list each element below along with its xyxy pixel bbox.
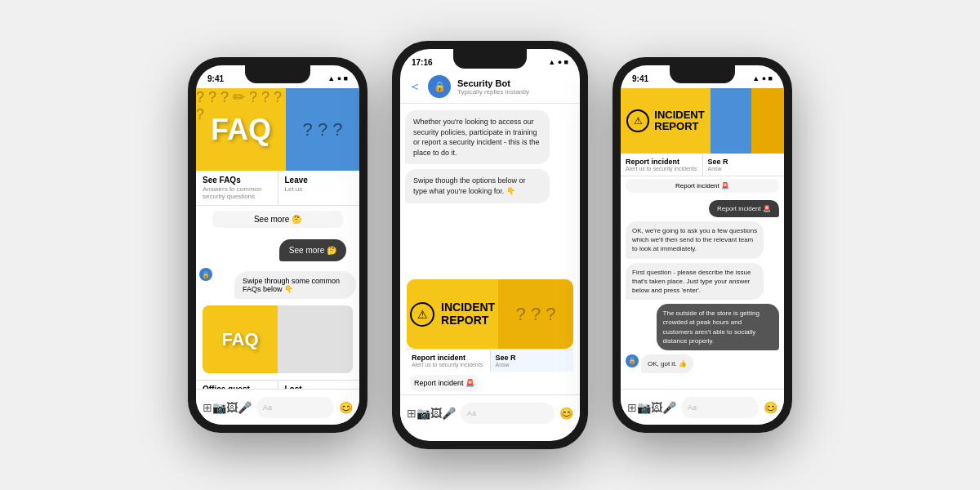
phone2-bottom-bar: ⊞ 📷 🖼 🎤 Aa 😊 <box>400 394 580 430</box>
mic-icon-2[interactable]: 🎤 <box>442 407 456 420</box>
leave-title: Leave <box>285 176 354 185</box>
welcome-bubble-1: Whether you're looking to access our sec… <box>405 110 550 164</box>
input-placeholder-3: Aa <box>688 403 697 412</box>
phone3-content: ⚠ INCIDENT REPORT Report incident Alert … <box>621 88 784 425</box>
phone1-time: 9:41 <box>207 74 224 83</box>
grid-icon-2[interactable]: ⊞ <box>407 407 416 420</box>
phone3-bottom-row: Report incident Alert us to security inc… <box>621 154 784 176</box>
p3-report-sub: Alert us to security incidents <box>626 166 697 172</box>
phone2-notch <box>453 49 527 69</box>
message-input-1[interactable]: Aa <box>256 397 334 418</box>
message-input-3[interactable]: Aa <box>681 397 759 418</box>
see-more-bubble-row: See more 🤔 <box>196 233 359 268</box>
bottom-card-row: Report incident Alert us to security inc… <box>407 349 573 372</box>
p3-see-cell: See R Answ <box>703 154 785 176</box>
report-incident-cell: Report incident Alert us to security inc… <box>407 350 491 372</box>
faq-card-blue-bg: ? ? ? <box>303 119 343 140</box>
chat-info: Security Bot Typically replies instantly <box>457 78 572 96</box>
emoji-icon-3[interactable]: 😊 <box>764 401 777 414</box>
incident-title-l1: INCIDENT <box>441 301 495 314</box>
mic-icon[interactable]: 🎤 <box>238 401 252 414</box>
see-more-dark-text: See more 🤔 <box>289 246 336 255</box>
inc-blue <box>710 88 751 154</box>
see-more-button-1[interactable]: See more 🤔 <box>212 211 343 228</box>
welcome-text-2: Swipe though the options below or type w… <box>413 176 526 195</box>
inc-orange <box>751 88 784 154</box>
back-button[interactable]: ＜ <box>408 78 421 96</box>
inc-yellow: ⚠ INCIDENT REPORT <box>621 88 710 154</box>
incident-card-left: ⚠ INCIDENT REPORT <box>407 279 498 349</box>
camera-icon-2[interactable]: 📷 <box>416 407 430 420</box>
inc-title-l2: REPORT <box>654 120 698 132</box>
see-r-title: See R <box>496 354 569 362</box>
incident-header-card: ⚠ INCIDENT REPORT <box>621 88 784 154</box>
phone1-status-icons: ▲ ● ■ <box>327 74 348 82</box>
emoji-icon[interactable]: 😊 <box>339 401 353 414</box>
leave-cell: Leave Let us <box>278 171 360 205</box>
p3-user-bubble-1: Report incident 🚨 <box>709 200 779 217</box>
incident-card: ⚠ INCIDENT REPORT ? ? ? <box>407 279 573 349</box>
swipe-faqs-row: 🔒 Swipe through some common FAQs below 👇 <box>199 268 359 302</box>
inc-title: INCIDENT REPORT <box>654 109 704 133</box>
p3-bot-bubble-1: OK, we're going to ask you a few questio… <box>626 221 764 259</box>
p3-report-btn[interactable]: Report incident 🚨 <box>626 179 779 193</box>
see-faqs-title: See FAQs <box>203 176 271 185</box>
p3-see-title: See R <box>708 158 780 166</box>
p3-see-sub: Answ <box>708 166 780 172</box>
image-icon[interactable]: 🖼 <box>226 401 238 414</box>
camera-icon-3[interactable]: 📷 <box>637 401 651 414</box>
incident-triangle-icon: ⚠ <box>410 302 434 327</box>
p3-user-text-2: The outside of the store is getting crow… <box>663 310 760 345</box>
camera-icon[interactable]: 📷 <box>212 401 226 414</box>
p3-user-text-1: Report incident 🚨 <box>717 205 771 212</box>
p3-ok-bubble: OK, got it. 👍 <box>641 354 693 373</box>
incident-card-container: ⚠ INCIDENT REPORT ? ? ? <box>403 279 577 394</box>
phone2-status-icons: ▲ ● ■ <box>548 58 568 66</box>
p3-report-cell: Report incident Alert us to security inc… <box>621 154 703 176</box>
emoji-icon-2[interactable]: 😊 <box>559 407 573 420</box>
p3-ok-text: OK, got it. 👍 <box>648 360 687 368</box>
faq-card-blue: ? ? ? <box>286 88 359 171</box>
bot-sub: Typically replies instantly <box>457 88 572 96</box>
chat-header: ＜ 🔒 Security Bot Typically replies insta… <box>400 72 580 104</box>
see-faqs-cell: See FAQs Answers to common security ques… <box>196 171 278 205</box>
faq-carousel-top: ? ? ? ✏ ? ? ? ? FAQ ? ? ? <box>196 88 359 171</box>
bot-avatar-1: 🔒 <box>199 268 212 281</box>
phone1-bottom-bar: ⊞ 📷 🖼 🎤 Aa 😊 <box>196 389 359 425</box>
see-faqs-row: See FAQs Answers to common security ques… <box>196 171 359 206</box>
report-incident-title: Report incident <box>412 354 485 362</box>
p3-bot-avatar: 🔒 <box>626 354 639 368</box>
p3-user-bubble-2: The outside of the store is getting crow… <box>657 304 779 350</box>
p3-report-title: Report incident <box>626 158 697 166</box>
input-placeholder-1: Aa <box>263 403 272 412</box>
p3-chat-area: Report incident 🚨 OK, we're going to ask… <box>621 195 784 389</box>
faq-card-2-yellow: FAQ <box>203 305 278 373</box>
phones-container: 9:41 ▲ ● ■ ? ? ? ✏ ? ? ? ? FAQ ? ? ? <box>0 0 980 490</box>
phone-3: 9:41 ▲ ● ■ ⚠ INCIDENT REPORT <box>612 57 792 433</box>
image-icon-3[interactable]: 🖼 <box>651 401 662 414</box>
grid-icon-3[interactable]: ⊞ <box>627 401 637 414</box>
message-input-2[interactable]: Aa <box>461 403 555 424</box>
faq-card-yellow: ? ? ? ✏ ? ? ? ? FAQ <box>196 88 286 171</box>
report-btn[interactable]: Report incident 🚨 <box>410 375 479 391</box>
incident-title: INCIDENT REPORT <box>441 301 495 327</box>
mic-icon-3[interactable]: 🎤 <box>662 401 676 414</box>
faq-carousel-2: FAQ <box>203 305 353 373</box>
inc-triangle-icon: ⚠ <box>626 109 649 132</box>
incident-card-right: ? ? ? <box>498 279 573 349</box>
image-icon-2[interactable]: 🖼 <box>430 407 442 420</box>
faq-label: FAQ <box>211 113 271 147</box>
phone-2: 17:16 ▲ ● ■ ＜ 🔒 Security Bot Typically r… <box>392 41 588 449</box>
p3-ok-row: 🔒 OK, got it. 👍 <box>626 354 779 373</box>
leave-sub: Let us <box>285 185 354 193</box>
phone3-notch <box>670 65 735 83</box>
faq-card-2-gray <box>278 305 353 373</box>
see-r-cell: See R Answ <box>491 350 574 372</box>
phone3-time: 9:41 <box>632 74 648 83</box>
phone-1: 9:41 ▲ ● ■ ? ? ? ✏ ? ? ? ? FAQ ? ? ? <box>188 57 368 433</box>
p3-bot-bubble-2: First question - please describe the iss… <box>626 263 764 301</box>
bot-name: Security Bot <box>457 78 572 88</box>
incident-card-bg: ? ? ? <box>516 304 556 325</box>
grid-icon[interactable]: ⊞ <box>203 401 212 414</box>
phone2-time: 17:16 <box>412 58 433 67</box>
